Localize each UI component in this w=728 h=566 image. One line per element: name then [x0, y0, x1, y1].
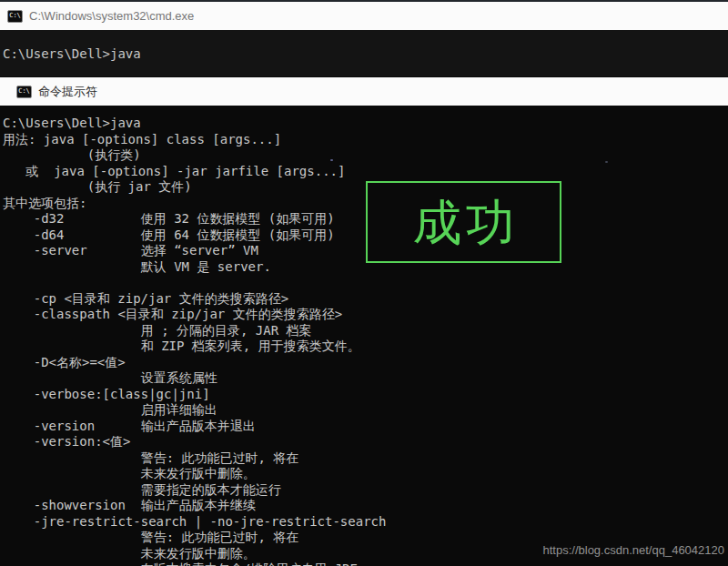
- back-window-title: C:\Windows\system32\cmd.exe: [29, 9, 194, 23]
- front-terminal-output[interactable]: C:\Users\Dell>java 用法: java [-options] c…: [0, 106, 728, 566]
- screen-artifact-dot: [605, 161, 608, 163]
- back-window-titlebar[interactable]: C:\ C:\Windows\system32\cmd.exe: [0, 2, 728, 30]
- cmd-prompt-icon[interactable]: C:\: [16, 86, 32, 98]
- success-annotation-box: 成功: [366, 181, 561, 263]
- back-terminal-output[interactable]: C:\Users\Dell>java: [0, 30, 728, 76]
- success-label: 成功: [410, 197, 519, 247]
- cmd-prompt-icon[interactable]: C:\: [7, 10, 23, 23]
- desktop-screenshot: C:\ C:\Windows\system32\cmd.exe C:\Users…: [0, 0, 728, 566]
- watermark-url: https://blog.csdn.net/qq_46042120: [543, 543, 725, 557]
- front-window-titlebar[interactable]: C:\ 命令提示符: [0, 76, 728, 106]
- screen-artifact-dot: [330, 159, 333, 161]
- front-window-title: 命令提示符: [38, 84, 97, 100]
